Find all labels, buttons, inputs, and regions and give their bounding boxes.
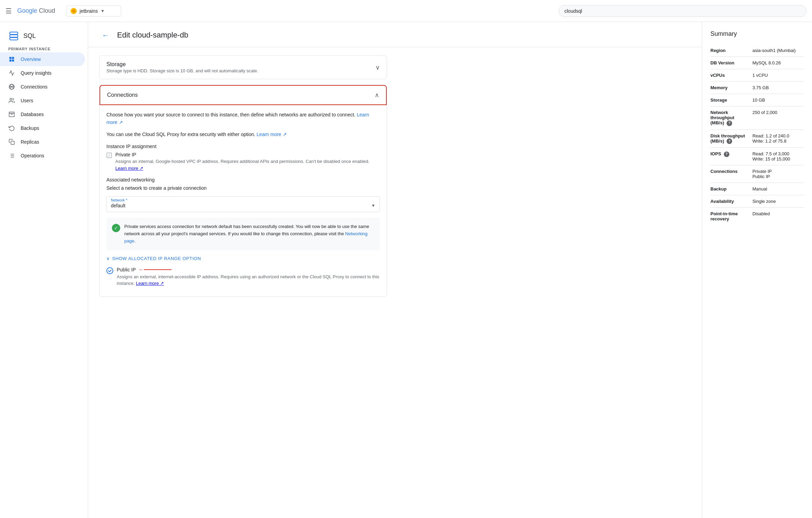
storage-section-subtitle: Storage type is HDD. Storage size is 10 … bbox=[106, 68, 258, 73]
network-throughput-help-icon[interactable]: ? bbox=[727, 121, 732, 126]
connections-icon bbox=[8, 83, 15, 90]
associated-networking-title: Associated networking bbox=[106, 177, 380, 183]
summary-row-region: Region asia-south1 (Mumbai) bbox=[710, 44, 804, 57]
summary-row-connections: Connections Private IP Public IP bbox=[710, 165, 804, 183]
public-ip-learn-more-link[interactable]: Learn more ↗ bbox=[136, 281, 164, 286]
summary-label-vcpus: vCPUs bbox=[710, 69, 752, 82]
sidebar-item-connections[interactable]: Connections bbox=[0, 80, 85, 94]
summary-row-db-version: DB Version MySQL 8.0.26 bbox=[710, 57, 804, 69]
connections-learn-more-2-link[interactable]: Learn more ↗ bbox=[257, 132, 287, 137]
project-selector[interactable]: jetbrains ▼ bbox=[66, 6, 121, 17]
overview-icon bbox=[8, 56, 15, 63]
summary-value-network-throughput: 250 of 2,000 bbox=[752, 106, 804, 130]
summary-row-network-throughput: Network throughput (MB/s) ? 250 of 2,000 bbox=[710, 106, 804, 130]
success-text: Private services access connection for n… bbox=[124, 223, 374, 245]
operations-icon bbox=[8, 152, 15, 159]
summary-value-iops: Read: 7.5 of 3,000 Write: 15 of 15,000 bbox=[752, 148, 804, 165]
project-name: jetbrains bbox=[80, 8, 98, 14]
svg-rect-0 bbox=[10, 32, 18, 34]
summary-label-region: Region bbox=[710, 44, 752, 57]
sidebar-item-label-backups: Backups bbox=[21, 125, 39, 131]
associated-networking-desc: Select a network to create a private con… bbox=[106, 185, 380, 191]
private-ip-desc: Assigns an internal, Google-hosted VPC I… bbox=[115, 158, 380, 172]
summary-label-memory: Memory bbox=[710, 82, 752, 94]
backups-icon bbox=[8, 125, 15, 132]
svg-rect-6 bbox=[12, 60, 14, 62]
public-ip-label: Public IP bbox=[117, 267, 136, 272]
svg-rect-11 bbox=[11, 141, 14, 145]
sidebar-item-databases[interactable]: Databases bbox=[0, 107, 85, 121]
content-area: Storage Storage type is HDD. Storage siz… bbox=[88, 47, 398, 311]
private-ip-learn-more-link[interactable]: Learn more ↗ bbox=[115, 166, 143, 171]
google-cloud-logo: Google Cloud bbox=[17, 7, 55, 14]
connections-section: Connections ∧ Choose how you want your s… bbox=[99, 85, 387, 297]
network-select-arrow-icon: ▼ bbox=[371, 203, 375, 208]
public-ip-row: Public IP ← Assigns an external, interne… bbox=[106, 267, 380, 287]
success-box: ✓ Private services access connection for… bbox=[106, 218, 380, 250]
page-header: ← Edit cloud-sample-db bbox=[88, 22, 702, 47]
svg-rect-5 bbox=[9, 60, 11, 62]
connections-desc-2: You can use the Cloud SQL Proxy for extr… bbox=[106, 131, 380, 138]
success-checkmark-icon: ✓ bbox=[112, 224, 120, 232]
svg-rect-4 bbox=[12, 57, 14, 59]
summary-row-vcpus: vCPUs 1 vCPU bbox=[710, 69, 804, 82]
summary-label-connections: Connections bbox=[710, 165, 752, 183]
summary-panel: Summary Region asia-south1 (Mumbai) DB V… bbox=[702, 22, 812, 518]
show-allocated-chevron-icon: ∨ bbox=[106, 256, 110, 261]
summary-row-pitr: Point-in-time recovery Disabled bbox=[710, 208, 804, 225]
iops-help-icon[interactable]: ? bbox=[724, 152, 729, 157]
summary-value-db-version: MySQL 8.0.26 bbox=[752, 57, 804, 69]
storage-chevron-icon: ∨ bbox=[375, 64, 380, 71]
summary-row-availability: Availability Single zone bbox=[710, 195, 804, 208]
summary-value-memory: 3.75 GB bbox=[752, 82, 804, 94]
summary-value-backup: Manual bbox=[752, 183, 804, 195]
sidebar-product: SQL bbox=[0, 25, 88, 44]
page-title: Edit cloud-sample-db bbox=[117, 31, 188, 40]
connections-desc-1: Choose how you want your source to conne… bbox=[106, 111, 380, 126]
back-button[interactable]: ← bbox=[99, 29, 112, 41]
logo-area: Google Cloud bbox=[17, 7, 55, 14]
search-input[interactable] bbox=[559, 5, 806, 17]
summary-label-disk-throughput: Disk throughput (MB/s) ? bbox=[710, 130, 752, 148]
private-ip-label: Private IP bbox=[115, 152, 380, 157]
red-arrow-annotation: ← bbox=[138, 267, 171, 273]
summary-value-pitr: Disabled bbox=[752, 208, 804, 225]
sidebar-item-query-insights[interactable]: Query insights bbox=[0, 66, 85, 80]
storage-section: Storage Storage type is HDD. Storage siz… bbox=[99, 55, 387, 79]
private-ip-checkbox[interactable]: ✓ bbox=[106, 153, 112, 158]
sidebar-item-replicas[interactable]: Replicas bbox=[0, 135, 85, 149]
sidebar-item-backups[interactable]: Backups bbox=[0, 121, 85, 135]
query-insights-icon bbox=[8, 70, 15, 76]
sidebar-product-name: SQL bbox=[23, 32, 36, 40]
topbar: ☰ Google Cloud jetbrains ▼ bbox=[0, 0, 812, 22]
connections-section-title: Connections bbox=[107, 92, 138, 98]
connections-section-header[interactable]: Connections ∧ bbox=[100, 85, 387, 105]
svg-point-8 bbox=[10, 98, 12, 100]
sidebar-item-label-overview: Overview bbox=[21, 56, 41, 62]
summary-label-backup: Backup bbox=[710, 183, 752, 195]
disk-throughput-help-icon[interactable]: ? bbox=[727, 138, 732, 144]
sql-product-icon bbox=[8, 30, 19, 41]
summary-row-backup: Backup Manual bbox=[710, 183, 804, 195]
summary-value-connections: Private IP Public IP bbox=[752, 165, 804, 183]
network-select[interactable]: Network * default ▼ bbox=[106, 196, 380, 212]
app-layout: SQL PRIMARY INSTANCE Overview Query insi… bbox=[0, 22, 812, 518]
show-allocated-button[interactable]: ∨ SHOW ALLOCATED IP RANGE OPTION bbox=[106, 256, 380, 261]
network-select-label: Network * bbox=[107, 197, 379, 202]
summary-row-storage: Storage 10 GB bbox=[710, 94, 804, 106]
sidebar-item-users[interactable]: Users bbox=[0, 94, 85, 107]
hamburger-menu-icon[interactable]: ☰ bbox=[6, 7, 12, 15]
project-dot-icon bbox=[71, 8, 77, 14]
summary-value-vcpus: 1 vCPU bbox=[752, 69, 804, 82]
summary-value-availability: Single zone bbox=[752, 195, 804, 208]
storage-section-header[interactable]: Storage Storage type is HDD. Storage siz… bbox=[100, 56, 387, 79]
main-content: ← Edit cloud-sample-db Storage Storage t… bbox=[88, 22, 702, 518]
sidebar-item-overview[interactable]: Overview bbox=[0, 52, 85, 66]
connections-chevron-icon: ∧ bbox=[375, 91, 379, 99]
ip-assignment-title: Instance IP assignment bbox=[106, 144, 380, 149]
summary-row-iops: IOPS ? Read: 7.5 of 3,000 Write: 15 of 1… bbox=[710, 148, 804, 165]
replicas-icon bbox=[8, 138, 15, 145]
public-ip-checkbox[interactable] bbox=[106, 267, 113, 274]
summary-table: Region asia-south1 (Mumbai) DB Version M… bbox=[710, 44, 804, 225]
sidebar-item-operations[interactable]: Operations bbox=[0, 149, 85, 163]
